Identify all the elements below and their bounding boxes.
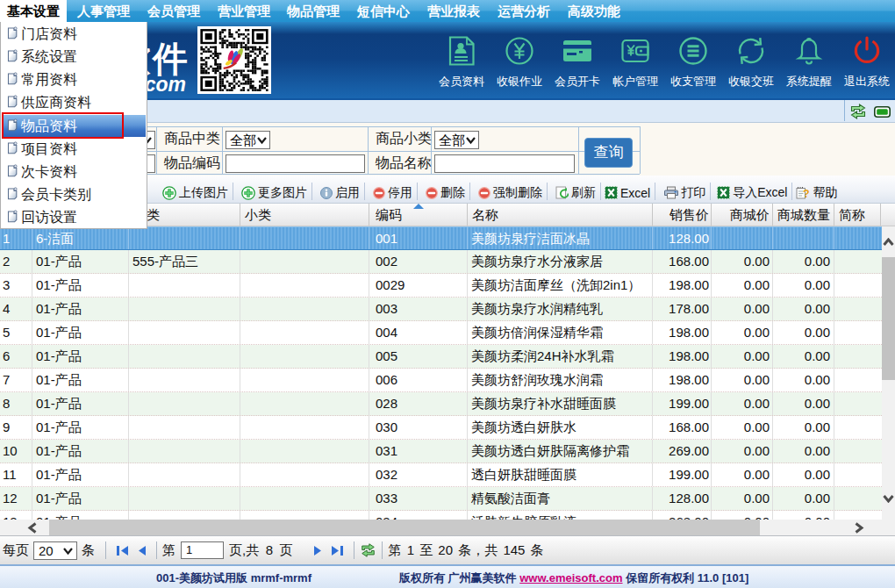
svg-text:?: ? (803, 188, 810, 200)
